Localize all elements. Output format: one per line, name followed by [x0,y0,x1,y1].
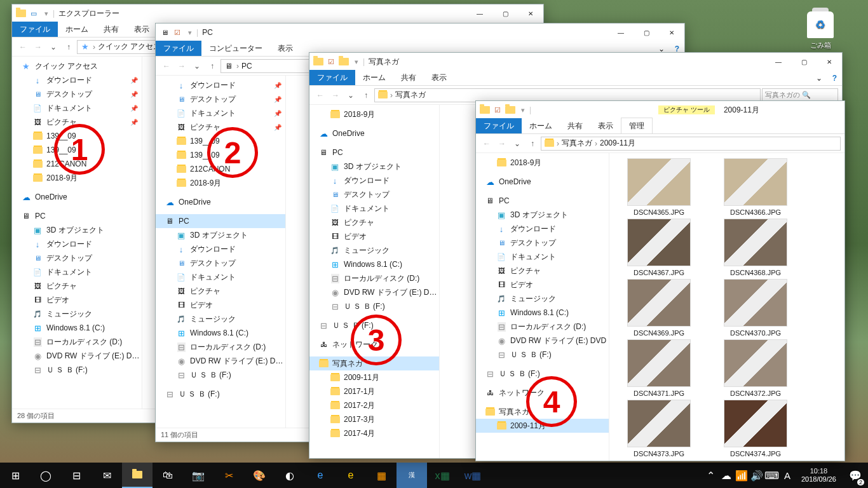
nav-item[interactable]: デスクトップ📌 [156,92,285,106]
nav-item[interactable]: ローカルディスク (D:) [156,340,285,354]
qat-dropdown-icon[interactable]: ▾ [518,105,528,115]
thumbnail[interactable]: DSCN4366.JPG [711,158,800,216]
nav-item[interactable]: 2017-4月 [309,426,439,440]
tab-share[interactable]: 共有 [96,22,126,37]
taskbar-photos[interactable]: 📷 [183,463,214,488]
nav-item[interactable]: ドキュメント [156,270,285,284]
tab-share[interactable]: 共有 [560,118,590,133]
nav-item[interactable]: OneDrive [12,190,142,204]
breadcrumb-item[interactable]: クイック アクセス [98,41,161,52]
nav-item[interactable]: OneDrive [156,195,285,209]
nav-item[interactable]: Windows 8.1 (C:) [12,321,142,335]
back-button[interactable]: ← [16,40,30,54]
breadcrumb-item[interactable]: 2009-11月 [600,138,635,149]
nav-item[interactable]: DVD RW ドライブ (E:) DVD [309,285,439,299]
maximize-button[interactable]: ▢ [634,24,659,41]
search-button[interactable]: ◯ [31,463,61,488]
taskbar-ie[interactable]: e [336,463,366,488]
nav-item[interactable]: PC [476,194,609,208]
minimize-button[interactable]: — [766,53,791,71]
nav-item[interactable]: Ｕ Ｓ Ｂ (F:) [309,318,439,332]
up-button[interactable]: ↑ [526,137,539,151]
nav-item[interactable]: デスクトップ [12,251,142,265]
nav-item[interactable]: 3D オブジェクト [309,159,439,173]
tray-onedrive-icon[interactable]: ☁ [719,463,734,488]
tab-share[interactable]: 共有 [393,70,424,85]
thumbnail[interactable]: DSCN4369.JPG [614,279,703,337]
tab-file[interactable]: ファイル [156,41,201,56]
tab-view[interactable]: 表示 [270,41,301,56]
nav-item[interactable]: ピクチャ [12,279,142,293]
forward-button[interactable]: → [329,88,342,102]
maximize-button[interactable]: ▢ [492,4,518,22]
thumbnail[interactable]: DSCN4373.JPG [614,400,703,458]
nav-item[interactable]: 139__09 [156,134,285,148]
nav-item[interactable]: 2017-3月 [309,412,439,426]
nav-item[interactable]: クイック アクセス [12,59,142,73]
minimize-button[interactable]: — [467,4,492,22]
nav-item[interactable]: ネットワーク [309,337,439,351]
tab-manage[interactable]: 管理 [621,118,653,133]
nav-item[interactable]: ミュージック [12,307,142,321]
help-icon[interactable]: ? [827,71,842,85]
nav-item[interactable]: デスクトップ [156,256,285,270]
up-button[interactable]: ↑ [62,40,76,54]
tray-volume-icon[interactable]: 🔊 [749,463,764,488]
nav-item[interactable]: 139__09 [12,129,142,143]
nav-item[interactable]: デスクトップ📌 [12,87,142,101]
close-button[interactable]: ✕ [518,4,543,22]
taskbar-word[interactable]: w▦ [458,463,488,488]
start-button[interactable]: ⊞ [0,463,31,488]
nav-item[interactable]: ダウンロード [309,173,439,187]
nav-item[interactable]: 212CANON [156,162,285,176]
taskbar-app2[interactable]: ▦ [366,463,397,488]
nav-pane[interactable]: ダウンロード📌デスクトップ📌ドキュメント📌ピクチャ📌139__09139__09… [156,76,286,428]
nav-item[interactable]: ピクチャ📌 [156,120,285,134]
nav-item[interactable]: ピクチャ [476,264,609,278]
nav-item[interactable]: ビデオ [12,293,142,307]
titlebar[interactable]: ▭ ▾ | エクスプローラー — ▢ ✕ [12,4,543,22]
tab-computer[interactable]: コンピューター [201,41,270,56]
tab-file[interactable]: ファイル [12,22,58,37]
thumbnail[interactable]: DSCN4367.JPG [614,219,703,276]
tray-clock[interactable]: 10:18 2018/09/26 [795,467,843,484]
back-button[interactable]: ← [313,88,327,102]
nav-item[interactable]: Windows 8.1 (C:) [476,306,609,320]
nav-item[interactable]: ピクチャ📌 [12,115,142,129]
nav-item[interactable]: Ｕ Ｓ Ｂ (F:) [12,363,142,377]
nav-item[interactable]: 2017-1月 [309,384,439,398]
recent-dropdown[interactable]: ⌄ [510,137,524,151]
thumbnail[interactable]: DSCN4365.JPG [614,158,703,216]
nav-item[interactable]: ピクチャ [309,215,439,229]
nav-item[interactable]: ピクチャ [156,284,285,298]
breadcrumb-item[interactable]: 写真ネガ [562,138,592,149]
nav-item[interactable]: ミュージック [156,312,285,326]
nav-item[interactable]: Ｕ Ｓ Ｂ (F:) [476,348,609,362]
nav-item[interactable]: 139__09 [12,143,142,157]
nav-item[interactable]: ローカルディスク (D:) [309,271,439,285]
recycle-bin[interactable]: ごみ箱 [798,11,843,50]
tab-view[interactable]: 表示 [126,22,157,37]
back-button[interactable]: ← [480,137,494,151]
nav-pane[interactable]: クイック アクセスダウンロード📌デスクトップ📌ドキュメント📌ピクチャ📌139__… [12,57,142,409]
thumbnail[interactable]: DSCN4370.JPG [711,279,800,337]
taskbar[interactable]: ⊞ ◯ ⊟ ✉ 🛍 📷 ✂ 🎨 ◐ e e ▦ 漢 x▦ w▦ ⌃ ☁ 📶 🔊 … [0,463,868,488]
tray-up-icon[interactable]: ⌃ [703,463,719,488]
nav-item[interactable]: 3D オブジェクト [476,208,609,222]
nav-item[interactable]: ビデオ [309,229,439,243]
nav-pane[interactable]: 2018-9月OneDrivePC3D オブジェクトダウンロードデスクトップドキ… [476,153,609,461]
nav-item[interactable]: ドキュメント [476,250,609,264]
taskbar-excel[interactable]: x▦ [427,463,458,488]
taskbar-edge[interactable]: e [305,463,336,488]
content-pane[interactable]: DSCN4365.JPGDSCN4366.JPGDSCN4367.JPGDSCN… [609,153,844,461]
tab-view[interactable]: 表示 [590,118,621,133]
nav-item[interactable]: 2017-2月 [309,398,439,412]
up-button[interactable]: ↑ [205,59,219,73]
nav-pane[interactable]: 2018-9月OneDrivePC3D オブジェクトダウンロードデスクトップドキ… [309,105,440,458]
nav-item[interactable]: 2009-11月 [476,419,609,433]
taskbar-snip[interactable]: ✂ [214,463,244,488]
nav-item[interactable]: 2009-11月 [309,370,439,384]
nav-item[interactable]: 2018-9月 [156,176,285,190]
nav-item[interactable]: DVD RW ドライブ (E:) DVD [476,334,609,348]
forward-button[interactable]: → [31,40,45,54]
